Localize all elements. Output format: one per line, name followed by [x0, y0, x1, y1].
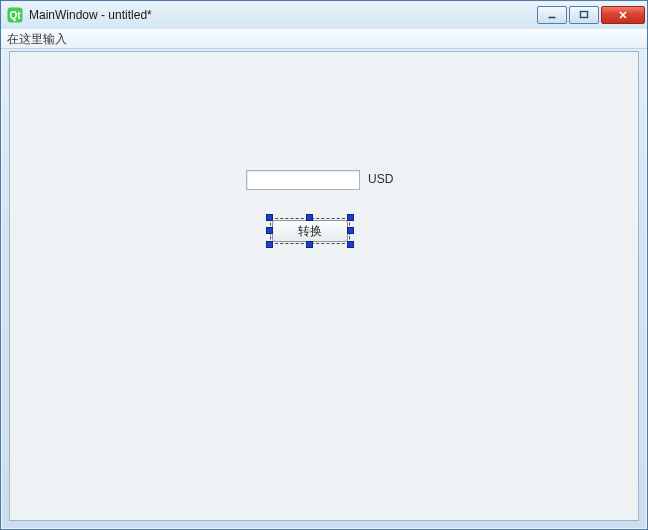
resize-handle-se[interactable] [347, 241, 354, 248]
window-controls [535, 6, 645, 24]
qt-logo-icon: Qt [7, 7, 23, 23]
maximize-icon [579, 10, 589, 20]
convert-button-label: 转换 [298, 223, 322, 240]
resize-handle-s[interactable] [306, 241, 313, 248]
menubar-placeholder[interactable]: 在这里输入 [7, 31, 67, 48]
resize-handle-nw[interactable] [266, 214, 273, 221]
resize-handle-e[interactable] [347, 227, 354, 234]
window-title: MainWindow - untitled* [29, 8, 535, 22]
resize-handle-sw[interactable] [266, 241, 273, 248]
menubar[interactable]: 在这里输入 [1, 29, 647, 49]
svg-rect-3 [581, 12, 588, 18]
selected-widget-frame[interactable]: 转换 [270, 218, 350, 244]
designer-canvas[interactable]: USD 转换 [9, 51, 639, 521]
resize-handle-n[interactable] [306, 214, 313, 221]
amount-input[interactable] [246, 170, 360, 190]
maximize-button[interactable] [569, 6, 599, 24]
minimize-button[interactable] [537, 6, 567, 24]
main-window: Qt MainWindow - untitled* 在这里输入 USD [0, 0, 648, 530]
currency-label: USD [368, 172, 393, 186]
close-button[interactable] [601, 6, 645, 24]
minimize-icon [547, 10, 557, 20]
svg-text:Qt: Qt [9, 10, 21, 21]
titlebar[interactable]: Qt MainWindow - untitled* [1, 1, 647, 29]
convert-button[interactable]: 转换 [272, 220, 348, 242]
resize-handle-ne[interactable] [347, 214, 354, 221]
resize-handle-w[interactable] [266, 227, 273, 234]
close-icon [618, 10, 628, 20]
